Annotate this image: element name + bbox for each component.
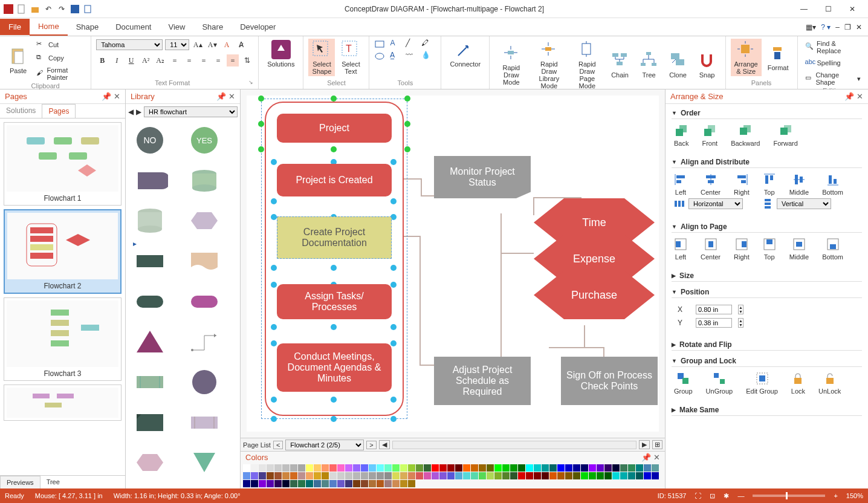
- lib-shape-card[interactable]: [132, 408, 168, 437]
- color-swatch[interactable]: [353, 472, 360, 479]
- page-thumb-3[interactable]: Flowchart 3: [4, 297, 121, 381]
- edit-group-button[interactable]: Edit Group: [746, 372, 778, 395]
- color-swatch[interactable]: [612, 464, 620, 472]
- underline-button[interactable]: U: [125, 54, 137, 67]
- lib-shape-circle[interactable]: [186, 368, 222, 397]
- color-swatch[interactable]: [447, 472, 455, 479]
- menu-developer[interactable]: Developer: [232, 19, 284, 35]
- format-painter-button[interactable]: 🖌Format Painter: [34, 65, 86, 82]
- menu-home[interactable]: Home: [30, 18, 68, 36]
- save-icon[interactable]: [70, 4, 80, 14]
- color-swatch[interactable]: [510, 472, 517, 479]
- stepper-icon[interactable]: ▲▼: [738, 305, 743, 314]
- color-swatch[interactable]: [487, 464, 494, 472]
- status-fullscreen-icon[interactable]: ⛶: [695, 492, 701, 499]
- color-swatch[interactable]: [424, 472, 431, 479]
- lock-button[interactable]: Lock: [791, 372, 805, 395]
- color-swatch[interactable]: [282, 464, 290, 472]
- color-swatch[interactable]: [432, 464, 439, 472]
- ellipse-tool-icon[interactable]: [374, 51, 384, 60]
- color-swatch[interactable]: [644, 472, 651, 479]
- color-swatch[interactable]: [408, 464, 415, 472]
- color-swatch[interactable]: [463, 464, 470, 472]
- canvas[interactable]: Project Project is Created Create Projec…: [247, 96, 659, 432]
- menu-view[interactable]: View: [160, 19, 193, 35]
- zoom-slider[interactable]: [753, 495, 825, 497]
- color-swatch[interactable]: [612, 472, 620, 479]
- color-swatch[interactable]: [542, 464, 549, 472]
- grow-font-button[interactable]: A▴: [192, 39, 204, 51]
- close-icon[interactable]: ✕: [228, 92, 235, 101]
- valign-button[interactable]: ≡: [227, 54, 239, 67]
- lib-shape-connector[interactable]: [186, 327, 222, 356]
- color-swatch[interactable]: [573, 464, 580, 472]
- position-x-input[interactable]: [696, 305, 732, 314]
- scroll-right-button[interactable]: ▶: [639, 440, 650, 449]
- preview-icon[interactable]: [83, 4, 93, 14]
- close-button[interactable]: ✕: [844, 5, 861, 13]
- help-icon[interactable]: ? ▾: [821, 23, 831, 31]
- pin-icon[interactable]: 📌: [844, 92, 854, 101]
- open-icon[interactable]: [30, 4, 40, 14]
- select-text-button[interactable]: T Select Text: [337, 39, 364, 76]
- section-make-same[interactable]: ▶Make Same: [672, 404, 862, 416]
- shape-purchase[interactable]: Purchase: [534, 271, 655, 319]
- color-swatch[interactable]: [337, 464, 345, 472]
- close-icon[interactable]: ✕: [653, 453, 660, 462]
- zoom-in-button[interactable]: +: [834, 492, 837, 499]
- status-fit-icon[interactable]: ⊡: [710, 492, 715, 500]
- section-order[interactable]: ▼Order: [672, 108, 862, 119]
- menu-document[interactable]: Document: [107, 19, 160, 35]
- color-swatch[interactable]: [392, 480, 400, 487]
- lib-shape-rect-dark[interactable]: [132, 247, 168, 276]
- color-swatch[interactable]: [243, 472, 250, 479]
- bold-button[interactable]: B: [96, 54, 108, 67]
- page-align-left-button[interactable]: Left: [674, 238, 687, 261]
- paste-button[interactable]: Paste: [5, 45, 31, 76]
- color-swatch[interactable]: [314, 464, 321, 472]
- color-swatch[interactable]: [337, 480, 345, 487]
- pin-icon[interactable]: 📌: [216, 92, 226, 101]
- clone-button[interactable]: Clone: [665, 50, 691, 80]
- clear-format-button[interactable]: A̷: [235, 39, 247, 51]
- color-swatch[interactable]: [392, 464, 400, 472]
- snap-button[interactable]: Snap: [694, 50, 721, 80]
- lib-shape-database[interactable]: [132, 206, 168, 235]
- color-swatch[interactable]: [361, 472, 368, 479]
- lib-shape-cylinder[interactable]: [186, 166, 222, 195]
- tab-solutions[interactable]: Solutions: [0, 104, 42, 118]
- color-swatch[interactable]: [290, 472, 297, 479]
- rapid-draw-page-mode-button[interactable]: Rapid Draw Page Mode: [570, 39, 604, 91]
- page-prev-button[interactable]: <: [273, 441, 283, 449]
- line-spacing-button[interactable]: ⇅: [241, 54, 253, 67]
- copy-button[interactable]: ⧉Copy: [34, 52, 86, 64]
- color-swatch[interactable]: [400, 464, 407, 472]
- color-swatch[interactable]: [620, 464, 627, 472]
- color-swatch[interactable]: [534, 472, 541, 479]
- color-swatch[interactable]: [502, 472, 510, 479]
- eyedropper-tool-icon[interactable]: 💧: [421, 51, 431, 60]
- color-swatch[interactable]: [274, 480, 282, 487]
- menu-share[interactable]: Share: [193, 19, 232, 35]
- color-swatch[interactable]: [259, 472, 266, 479]
- color-swatch[interactable]: [518, 472, 525, 479]
- color-swatch[interactable]: [597, 472, 604, 479]
- lib-shape-rounded-pink[interactable]: [186, 287, 222, 316]
- italic-button[interactable]: I: [111, 54, 123, 67]
- color-swatch[interactable]: [494, 472, 502, 479]
- color-swatch[interactable]: [479, 472, 486, 479]
- color-swatch[interactable]: [377, 480, 384, 487]
- lib-shape-rounded2[interactable]: [132, 287, 168, 316]
- color-swatch[interactable]: [267, 464, 274, 472]
- color-swatch[interactable]: [400, 480, 407, 487]
- color-swatch[interactable]: [306, 464, 313, 472]
- align-center-button[interactable]: Center: [701, 173, 721, 196]
- font-color-button[interactable]: A: [221, 39, 233, 51]
- color-swatch[interactable]: [369, 464, 376, 472]
- section-rotate-flip[interactable]: ▶Rotate and Flip: [672, 339, 862, 351]
- color-swatch[interactable]: [636, 464, 643, 472]
- color-swatch[interactable]: [439, 472, 447, 479]
- shape-monitor[interactable]: Monitor Project Status: [434, 156, 531, 198]
- color-swatch[interactable]: [377, 464, 384, 472]
- color-swatch[interactable]: [565, 472, 572, 479]
